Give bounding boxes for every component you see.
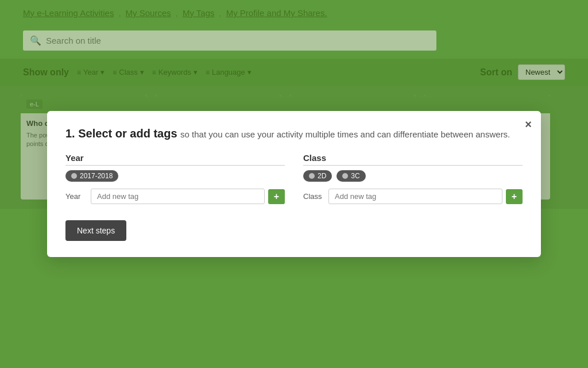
class-tag-3c-toggle (342, 173, 348, 179)
class-add-label: Class (303, 192, 325, 201)
modal-dialog: × 1. Select or add tags so that you can … (47, 111, 541, 257)
class-add-tag-button[interactable]: + (506, 189, 523, 204)
modal-title-bold: Select or add tags (78, 127, 177, 140)
class-tag-3c-label: 3C (351, 172, 359, 180)
year-add-label: Year (65, 192, 87, 201)
modal-overlay: × 1. Select or add tags so that you can … (0, 0, 588, 368)
class-col-label: Class (303, 153, 523, 166)
modal-col-class: Class 2D 3C Class + (303, 153, 523, 204)
year-add-tag-row: Year + (65, 189, 285, 204)
class-tag-2d[interactable]: 2D (303, 170, 332, 182)
year-col-label: Year (65, 153, 285, 166)
class-add-tag-row: Class + (303, 189, 523, 204)
modal-close-button[interactable]: × (525, 118, 532, 131)
year-tag-2017-2018[interactable]: 2017-2018 (65, 170, 118, 182)
class-tag-2d-toggle (309, 173, 315, 179)
year-tags-row: 2017-2018 (65, 170, 285, 182)
class-tag-3c[interactable]: 3C (336, 170, 365, 182)
class-add-tag-input[interactable] (328, 189, 502, 204)
year-tag-toggle (71, 173, 77, 179)
modal-columns: Year 2017-2018 Year + Class (65, 153, 523, 204)
year-add-tag-button[interactable]: + (268, 189, 285, 204)
class-tags-row: 2D 3C (303, 170, 523, 182)
modal-title-normal: so that you can use your activity multip… (180, 129, 510, 139)
year-add-tag-input[interactable] (91, 189, 265, 204)
year-tag-label: 2017-2018 (80, 172, 113, 180)
modal-col-year: Year 2017-2018 Year + (65, 153, 285, 204)
modal-title: 1. Select or add tags so that you can us… (65, 127, 523, 140)
next-steps-button[interactable]: Next steps (65, 220, 126, 241)
class-tag-2d-label: 2D (318, 172, 326, 180)
modal-step: 1. (65, 127, 75, 140)
